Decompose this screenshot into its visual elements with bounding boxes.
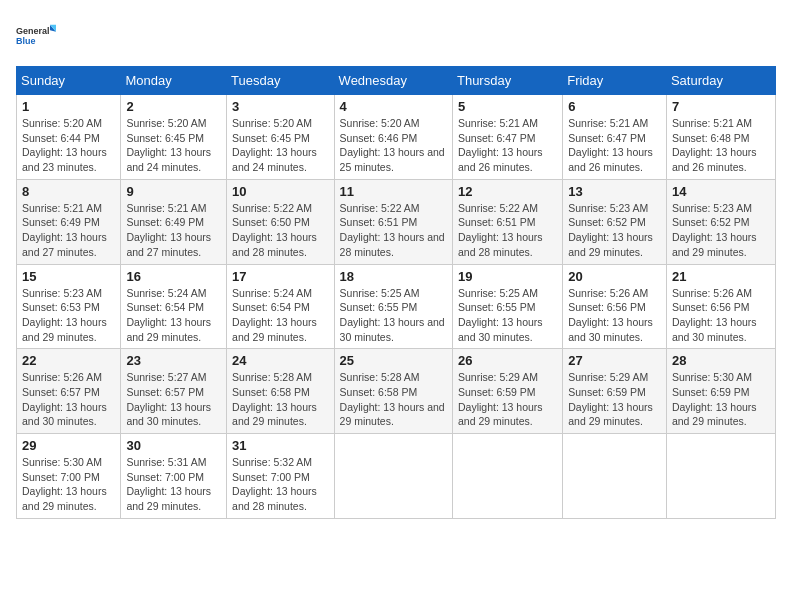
calendar-day-cell (334, 434, 452, 519)
day-number: 28 (672, 353, 770, 368)
day-detail: Sunrise: 5:32 AMSunset: 7:00 PMDaylight:… (232, 456, 317, 512)
day-detail: Sunrise: 5:21 AMSunset: 6:49 PMDaylight:… (126, 202, 211, 258)
calendar-day-cell: 30 Sunrise: 5:31 AMSunset: 7:00 PMDaylig… (121, 434, 227, 519)
calendar-day-cell: 24 Sunrise: 5:28 AMSunset: 6:58 PMDaylig… (227, 349, 334, 434)
calendar-day-cell: 11 Sunrise: 5:22 AMSunset: 6:51 PMDaylig… (334, 179, 452, 264)
calendar-body: 1 Sunrise: 5:20 AMSunset: 6:44 PMDayligh… (17, 95, 776, 519)
calendar-week-row: 1 Sunrise: 5:20 AMSunset: 6:44 PMDayligh… (17, 95, 776, 180)
calendar-day-cell: 14 Sunrise: 5:23 AMSunset: 6:52 PMDaylig… (666, 179, 775, 264)
day-detail: Sunrise: 5:25 AMSunset: 6:55 PMDaylight:… (458, 287, 543, 343)
day-detail: Sunrise: 5:24 AMSunset: 6:54 PMDaylight:… (232, 287, 317, 343)
calendar-day-cell: 21 Sunrise: 5:26 AMSunset: 6:56 PMDaylig… (666, 264, 775, 349)
day-detail: Sunrise: 5:26 AMSunset: 6:56 PMDaylight:… (672, 287, 757, 343)
day-detail: Sunrise: 5:29 AMSunset: 6:59 PMDaylight:… (568, 371, 653, 427)
day-number: 23 (126, 353, 221, 368)
day-number: 24 (232, 353, 328, 368)
day-number: 3 (232, 99, 328, 114)
day-detail: Sunrise: 5:27 AMSunset: 6:57 PMDaylight:… (126, 371, 211, 427)
day-number: 14 (672, 184, 770, 199)
calendar-day-cell: 10 Sunrise: 5:22 AMSunset: 6:50 PMDaylig… (227, 179, 334, 264)
day-detail: Sunrise: 5:23 AMSunset: 6:52 PMDaylight:… (568, 202, 653, 258)
calendar-day-cell: 1 Sunrise: 5:20 AMSunset: 6:44 PMDayligh… (17, 95, 121, 180)
calendar-table: SundayMondayTuesdayWednesdayThursdayFrid… (16, 66, 776, 519)
day-number: 2 (126, 99, 221, 114)
calendar-week-row: 15 Sunrise: 5:23 AMSunset: 6:53 PMDaylig… (17, 264, 776, 349)
day-number: 15 (22, 269, 115, 284)
day-detail: Sunrise: 5:28 AMSunset: 6:58 PMDaylight:… (232, 371, 317, 427)
calendar-week-row: 29 Sunrise: 5:30 AMSunset: 7:00 PMDaylig… (17, 434, 776, 519)
day-number: 19 (458, 269, 557, 284)
calendar-week-row: 22 Sunrise: 5:26 AMSunset: 6:57 PMDaylig… (17, 349, 776, 434)
calendar-day-cell: 26 Sunrise: 5:29 AMSunset: 6:59 PMDaylig… (452, 349, 562, 434)
day-detail: Sunrise: 5:20 AMSunset: 6:45 PMDaylight:… (232, 117, 317, 173)
day-detail: Sunrise: 5:20 AMSunset: 6:46 PMDaylight:… (340, 117, 445, 173)
weekday-header-cell: Wednesday (334, 67, 452, 95)
calendar-day-cell (452, 434, 562, 519)
day-detail: Sunrise: 5:30 AMSunset: 7:00 PMDaylight:… (22, 456, 107, 512)
day-number: 29 (22, 438, 115, 453)
calendar-day-cell: 6 Sunrise: 5:21 AMSunset: 6:47 PMDayligh… (563, 95, 667, 180)
day-number: 17 (232, 269, 328, 284)
calendar-day-cell: 20 Sunrise: 5:26 AMSunset: 6:56 PMDaylig… (563, 264, 667, 349)
day-detail: Sunrise: 5:21 AMSunset: 6:47 PMDaylight:… (568, 117, 653, 173)
calendar-day-cell: 22 Sunrise: 5:26 AMSunset: 6:57 PMDaylig… (17, 349, 121, 434)
day-detail: Sunrise: 5:30 AMSunset: 6:59 PMDaylight:… (672, 371, 757, 427)
day-number: 13 (568, 184, 661, 199)
calendar-day-cell: 8 Sunrise: 5:21 AMSunset: 6:49 PMDayligh… (17, 179, 121, 264)
calendar-day-cell: 2 Sunrise: 5:20 AMSunset: 6:45 PMDayligh… (121, 95, 227, 180)
day-number: 12 (458, 184, 557, 199)
day-number: 11 (340, 184, 447, 199)
calendar-day-cell: 15 Sunrise: 5:23 AMSunset: 6:53 PMDaylig… (17, 264, 121, 349)
day-number: 20 (568, 269, 661, 284)
calendar-day-cell: 3 Sunrise: 5:20 AMSunset: 6:45 PMDayligh… (227, 95, 334, 180)
day-number: 1 (22, 99, 115, 114)
day-number: 6 (568, 99, 661, 114)
day-detail: Sunrise: 5:22 AMSunset: 6:51 PMDaylight:… (458, 202, 543, 258)
day-detail: Sunrise: 5:22 AMSunset: 6:50 PMDaylight:… (232, 202, 317, 258)
day-number: 31 (232, 438, 328, 453)
day-number: 16 (126, 269, 221, 284)
calendar-day-cell (666, 434, 775, 519)
svg-text:Blue: Blue (16, 36, 36, 46)
calendar-day-cell: 29 Sunrise: 5:30 AMSunset: 7:00 PMDaylig… (17, 434, 121, 519)
logo: General Blue (16, 16, 56, 56)
day-number: 7 (672, 99, 770, 114)
day-detail: Sunrise: 5:23 AMSunset: 6:52 PMDaylight:… (672, 202, 757, 258)
day-number: 8 (22, 184, 115, 199)
day-number: 30 (126, 438, 221, 453)
weekday-header-cell: Tuesday (227, 67, 334, 95)
weekday-header-cell: Friday (563, 67, 667, 95)
calendar-day-cell: 18 Sunrise: 5:25 AMSunset: 6:55 PMDaylig… (334, 264, 452, 349)
calendar-day-cell: 23 Sunrise: 5:27 AMSunset: 6:57 PMDaylig… (121, 349, 227, 434)
day-number: 5 (458, 99, 557, 114)
calendar-day-cell: 16 Sunrise: 5:24 AMSunset: 6:54 PMDaylig… (121, 264, 227, 349)
day-number: 9 (126, 184, 221, 199)
calendar-day-cell (563, 434, 667, 519)
day-number: 22 (22, 353, 115, 368)
calendar-day-cell: 19 Sunrise: 5:25 AMSunset: 6:55 PMDaylig… (452, 264, 562, 349)
calendar-day-cell: 12 Sunrise: 5:22 AMSunset: 6:51 PMDaylig… (452, 179, 562, 264)
calendar-day-cell: 31 Sunrise: 5:32 AMSunset: 7:00 PMDaylig… (227, 434, 334, 519)
weekday-header-cell: Saturday (666, 67, 775, 95)
logo-icon: General Blue (16, 16, 56, 56)
day-detail: Sunrise: 5:21 AMSunset: 6:48 PMDaylight:… (672, 117, 757, 173)
header: General Blue (16, 16, 776, 56)
day-detail: Sunrise: 5:20 AMSunset: 6:45 PMDaylight:… (126, 117, 211, 173)
weekday-header-row: SundayMondayTuesdayWednesdayThursdayFrid… (17, 67, 776, 95)
calendar-day-cell: 27 Sunrise: 5:29 AMSunset: 6:59 PMDaylig… (563, 349, 667, 434)
day-detail: Sunrise: 5:31 AMSunset: 7:00 PMDaylight:… (126, 456, 211, 512)
calendar-day-cell: 5 Sunrise: 5:21 AMSunset: 6:47 PMDayligh… (452, 95, 562, 180)
day-detail: Sunrise: 5:20 AMSunset: 6:44 PMDaylight:… (22, 117, 107, 173)
calendar-day-cell: 9 Sunrise: 5:21 AMSunset: 6:49 PMDayligh… (121, 179, 227, 264)
day-number: 26 (458, 353, 557, 368)
calendar-day-cell: 7 Sunrise: 5:21 AMSunset: 6:48 PMDayligh… (666, 95, 775, 180)
calendar-day-cell: 28 Sunrise: 5:30 AMSunset: 6:59 PMDaylig… (666, 349, 775, 434)
day-detail: Sunrise: 5:25 AMSunset: 6:55 PMDaylight:… (340, 287, 445, 343)
day-detail: Sunrise: 5:26 AMSunset: 6:57 PMDaylight:… (22, 371, 107, 427)
weekday-header-cell: Sunday (17, 67, 121, 95)
day-number: 27 (568, 353, 661, 368)
day-detail: Sunrise: 5:28 AMSunset: 6:58 PMDaylight:… (340, 371, 445, 427)
day-detail: Sunrise: 5:23 AMSunset: 6:53 PMDaylight:… (22, 287, 107, 343)
weekday-header-cell: Monday (121, 67, 227, 95)
calendar-day-cell: 25 Sunrise: 5:28 AMSunset: 6:58 PMDaylig… (334, 349, 452, 434)
